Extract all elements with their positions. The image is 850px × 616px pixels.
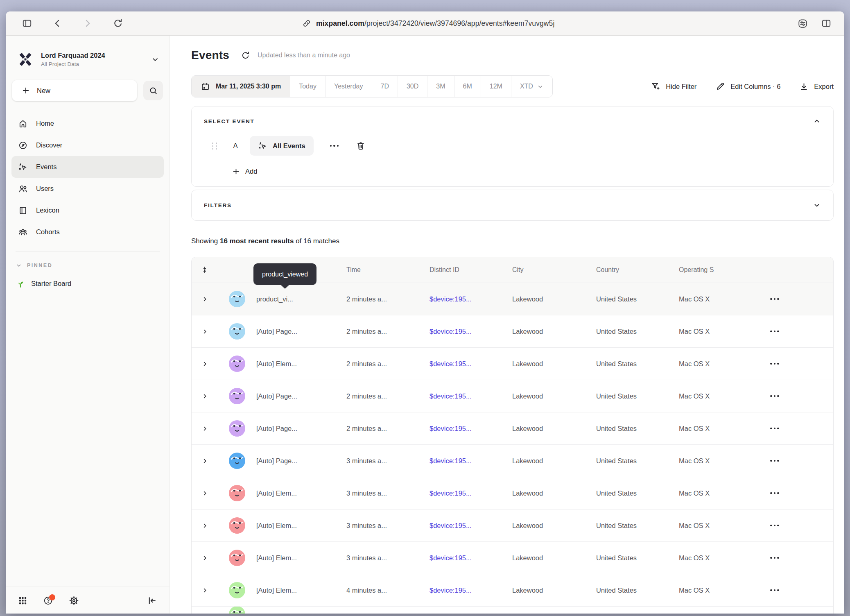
add-label: Add xyxy=(245,168,257,175)
row-menu-button[interactable] xyxy=(769,424,781,433)
distinct-id-link[interactable]: $device:195... xyxy=(430,522,512,530)
sidebar-item-cohorts[interactable]: Cohorts xyxy=(11,221,164,243)
row-expand-chevron[interactable] xyxy=(192,555,218,561)
column-header-city[interactable]: City xyxy=(512,266,596,274)
range-7d[interactable]: 7D xyxy=(372,76,398,97)
address-bar[interactable]: mixpanel.com/project/3472420/view/397469… xyxy=(302,11,554,35)
row-expand-chevron[interactable] xyxy=(192,458,218,464)
event-name-cell[interactable]: [Auto] Elem... xyxy=(256,587,346,594)
table-row[interactable]: [Auto] Page... 2 minutes a... $device:19… xyxy=(192,412,833,444)
range-yesterday[interactable]: Yesterday xyxy=(325,76,372,97)
range-12m[interactable]: 12M xyxy=(481,76,511,97)
event-name-cell[interactable]: [Auto] Elem... xyxy=(256,522,346,530)
chevron-down-icon[interactable] xyxy=(813,201,821,209)
new-button[interactable]: New xyxy=(12,80,137,101)
row-menu-button[interactable] xyxy=(769,489,781,498)
row-expand-chevron[interactable] xyxy=(192,361,218,367)
sidebar-item-events[interactable]: Events xyxy=(11,156,164,178)
table-row[interactable]: [Auto] Elem... 3 minutes a... $device:19… xyxy=(192,509,833,541)
event-name-cell[interactable]: [Auto] Page... xyxy=(256,457,346,465)
reload-icon[interactable] xyxy=(112,18,124,29)
distinct-id-link[interactable]: $device:195... xyxy=(430,360,512,368)
refresh-icon[interactable] xyxy=(241,51,250,60)
back-icon[interactable] xyxy=(52,18,63,29)
time-cell: 3 minutes a... xyxy=(346,554,430,562)
event-name-cell[interactable]: [Auto] Elem... xyxy=(256,554,346,562)
event-name-cell[interactable]: [Auto] Page... xyxy=(256,392,346,400)
drag-handle[interactable] xyxy=(212,143,218,149)
edit-columns-button[interactable]: Edit Columns · 6 xyxy=(715,82,780,91)
distinct-id-link[interactable]: $device:195... xyxy=(430,457,512,465)
range-today[interactable]: Today xyxy=(290,76,325,97)
pinned-section-toggle[interactable]: PINNED xyxy=(6,260,170,271)
event-more-button[interactable] xyxy=(328,143,341,149)
gear-icon[interactable] xyxy=(69,596,79,606)
distinct-id-link[interactable]: $device:195... xyxy=(430,587,512,594)
sidebar-item-starter-board[interactable]: Starter Board xyxy=(6,271,170,296)
sidebar-nav: Home Discover Events Users xyxy=(11,113,164,243)
column-header-time[interactable]: Time xyxy=(346,266,430,274)
column-header-distinct-id[interactable]: Distinct ID xyxy=(430,266,512,274)
column-header-country[interactable]: Country xyxy=(596,266,679,274)
table-row[interactable]: [Auto] Page... 2 minutes a... $device:19… xyxy=(192,380,833,412)
table-row[interactable]: [Auto] Elem... 4 minutes a... $device:19… xyxy=(192,574,833,606)
row-menu-button[interactable] xyxy=(769,521,781,530)
search-button[interactable] xyxy=(143,81,163,100)
trash-icon[interactable] xyxy=(356,141,366,151)
row-menu-button[interactable] xyxy=(769,554,781,562)
row-menu-button[interactable] xyxy=(769,327,781,336)
sidebar-item-lexicon[interactable]: Lexicon xyxy=(11,199,164,221)
row-expand-chevron[interactable] xyxy=(192,296,218,302)
row-expand-chevron[interactable] xyxy=(192,393,218,399)
column-header-os[interactable]: Operating S xyxy=(679,266,762,274)
sidebar-item-home[interactable]: Home xyxy=(11,113,164,134)
hide-filter-button[interactable]: Hide Filter xyxy=(651,82,696,91)
table-row[interactable]: [Auto] Page... 2 minutes a... $device:19… xyxy=(192,315,833,347)
split-view-icon[interactable] xyxy=(821,18,832,29)
collapse-sidebar-icon[interactable] xyxy=(147,596,157,606)
collapse-rows-icon[interactable] xyxy=(192,265,218,274)
event-name-cell[interactable]: [Auto] Page... xyxy=(256,328,346,335)
row-menu-button[interactable] xyxy=(769,586,781,595)
row-expand-chevron[interactable] xyxy=(192,523,218,529)
project-switcher[interactable]: Lord Farquaad 2024 All Project Data xyxy=(6,36,170,68)
row-expand-chevron[interactable] xyxy=(192,328,218,335)
row-expand-chevron[interactable] xyxy=(192,426,218,432)
table-row-partial[interactable] xyxy=(192,606,833,614)
event-name-cell[interactable]: [Auto] Elem... xyxy=(256,489,346,497)
event-selector-button[interactable]: All Events xyxy=(250,136,314,156)
help-button[interactable] xyxy=(43,596,53,606)
sidebar-item-users[interactable]: Users xyxy=(11,178,164,199)
row-expand-chevron[interactable] xyxy=(192,587,218,593)
event-name-cell[interactable]: [Auto] Page... xyxy=(256,425,346,433)
page-settings-icon[interactable] xyxy=(797,18,808,29)
table-row[interactable]: [Auto] Elem... 2 minutes a... $device:19… xyxy=(192,347,833,380)
export-button[interactable]: Export xyxy=(799,82,834,91)
range-6m[interactable]: 6M xyxy=(454,76,481,97)
distinct-id-link[interactable]: $device:195... xyxy=(430,392,512,400)
row-menu-button[interactable] xyxy=(769,360,781,368)
row-expand-chevron[interactable] xyxy=(192,490,218,496)
row-menu-button[interactable] xyxy=(769,295,781,303)
sidebar-toggle-icon[interactable] xyxy=(21,18,33,29)
distinct-id-link[interactable]: $device:195... xyxy=(430,489,512,497)
chevron-up-icon[interactable] xyxy=(813,117,821,125)
row-menu-button[interactable] xyxy=(769,457,781,465)
add-event-button[interactable]: Add xyxy=(232,167,257,176)
distinct-id-link[interactable]: $device:195... xyxy=(430,328,512,335)
sidebar-item-discover[interactable]: Discover xyxy=(11,134,164,156)
distinct-id-link[interactable]: $device:195... xyxy=(430,425,512,433)
table-row[interactable]: [Auto] Elem... 3 minutes a... $device:19… xyxy=(192,477,833,509)
event-name-cell[interactable]: product_vi... xyxy=(256,295,346,303)
apps-grid-icon[interactable] xyxy=(18,596,27,605)
range-xtd[interactable]: XTD xyxy=(511,76,552,97)
table-row[interactable]: [Auto] Elem... 3 minutes a... $device:19… xyxy=(192,541,833,574)
distinct-id-link[interactable]: $device:195... xyxy=(430,295,512,303)
event-name-cell[interactable]: [Auto] Elem... xyxy=(256,360,346,368)
range-30d[interactable]: 30D xyxy=(398,76,427,97)
distinct-id-link[interactable]: $device:195... xyxy=(430,554,512,562)
range-3m[interactable]: 3M xyxy=(427,76,454,97)
row-menu-button[interactable] xyxy=(769,392,781,401)
table-row[interactable]: [Auto] Page... 3 minutes a... $device:19… xyxy=(192,444,833,477)
date-picker-button[interactable]: Mar 11, 2025 3:30 pm xyxy=(192,76,290,97)
